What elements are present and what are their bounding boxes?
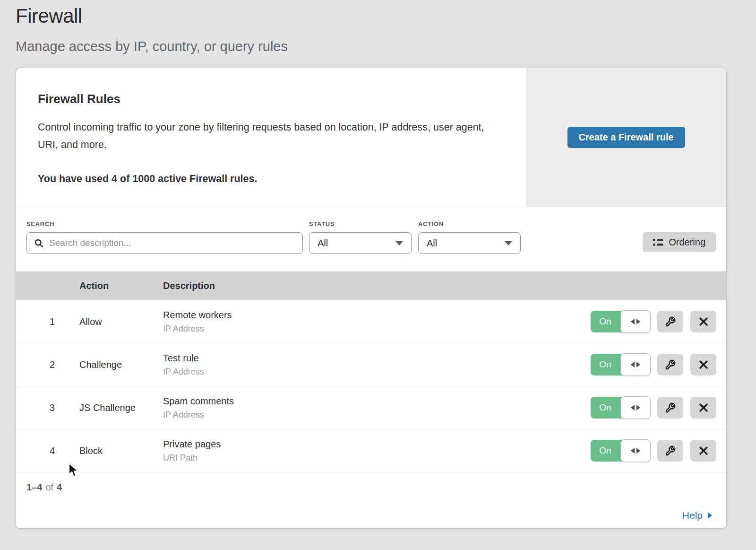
edit-rule-button[interactable] (657, 397, 683, 419)
toggle-knob[interactable] (620, 396, 651, 419)
action-filter-group: ACTION All (418, 220, 521, 254)
search-icon (34, 238, 44, 248)
action-select[interactable]: All (418, 232, 521, 254)
search-box[interactable] (26, 232, 303, 254)
table-row: 3 JS Challenge Spam comments IP Address … (16, 386, 726, 429)
delete-rule-button[interactable] (690, 440, 716, 462)
page-title: Firewall (16, 5, 756, 27)
toggle-knob[interactable] (620, 353, 651, 376)
status-selected-value: All (318, 238, 328, 249)
wrench-icon (665, 445, 676, 456)
wrench-icon (665, 316, 676, 327)
rule-description-title: Spam comments (163, 396, 591, 407)
toggle-on-label: On (591, 311, 620, 332)
delete-rule-button[interactable] (690, 397, 716, 419)
chevron-down-icon (395, 241, 403, 245)
rule-match-type: IP Address (163, 410, 591, 420)
rule-enabled-toggle[interactable]: On (591, 440, 650, 462)
ordering-button[interactable]: Ordering (643, 232, 716, 252)
status-label: STATUS (309, 220, 412, 227)
edit-rule-button[interactable] (657, 440, 683, 462)
toggle-on-label: On (591, 397, 620, 419)
action-label: ACTION (418, 220, 521, 227)
table-header: Action Description (16, 271, 726, 300)
chevron-left-icon (631, 448, 635, 454)
rule-description-cell: Spam comments IP Address (163, 396, 591, 420)
chevron-right-icon (636, 448, 640, 454)
table-row: 4 Block Private pages URI Path On (16, 429, 726, 472)
status-filter-group: STATUS All (309, 220, 412, 254)
rules-usage-text: You have used 4 of 1000 active Firewall … (38, 173, 493, 185)
rule-match-type: IP Address (163, 324, 591, 334)
page-header: Firewall Manage access by IP, country, o… (0, 0, 756, 54)
search-label: SEARCH (26, 220, 303, 227)
table-row: 2 Challenge Test rule IP Address On (16, 343, 726, 386)
rule-priority: 1 (16, 316, 79, 327)
rule-action: Allow (79, 316, 163, 327)
toggle-knob[interactable] (620, 439, 651, 462)
chevron-left-icon (631, 362, 635, 367)
chevron-right-icon (636, 405, 640, 410)
table-row: 1 Allow Remote workers IP Address On (16, 300, 726, 343)
pagination: 1–4 of 4 (16, 472, 726, 502)
rule-action: Challenge (79, 359, 163, 370)
card-top-info: Firewall Rules Control incoming traffic … (16, 68, 526, 207)
wrench-icon (665, 402, 676, 413)
rule-enabled-toggle[interactable]: On (591, 311, 650, 332)
rule-controls: On (591, 397, 716, 419)
description-column-header: Description (163, 280, 726, 291)
help-bar: Help (16, 502, 726, 528)
pagination-total: 4 (57, 482, 62, 493)
pagination-of: of (45, 482, 53, 493)
chevron-left-icon (631, 319, 635, 324)
rule-description-cell: Remote workers IP Address (163, 310, 591, 334)
pagination-range: 1–4 (26, 482, 42, 493)
rule-description-cell: Test rule IP Address (163, 353, 591, 377)
rule-enabled-toggle[interactable]: On (591, 397, 650, 419)
close-icon (699, 446, 708, 455)
rule-controls: On (591, 311, 716, 332)
close-icon (699, 317, 708, 326)
chevron-right-icon (636, 319, 640, 324)
card-top-action-panel: Create a Firewall rule (526, 68, 726, 207)
toggle-on-label: On (591, 440, 620, 462)
rule-enabled-toggle[interactable]: On (591, 354, 650, 375)
card-top-section: Firewall Rules Control incoming traffic … (16, 68, 726, 207)
rule-priority: 4 (16, 445, 79, 456)
toggle-on-label: On (591, 354, 620, 375)
wrench-icon (665, 359, 676, 370)
edit-rule-button[interactable] (657, 354, 683, 375)
rule-description-title: Test rule (163, 353, 591, 364)
delete-rule-button[interactable] (690, 354, 716, 375)
ordering-button-label: Ordering (669, 237, 705, 248)
firewall-rules-card: Firewall Rules Control incoming traffic … (16, 68, 727, 529)
rule-priority: 2 (16, 359, 79, 370)
edit-rule-button[interactable] (657, 311, 683, 332)
chevron-down-icon (505, 241, 512, 245)
delete-rule-button[interactable] (690, 311, 716, 332)
close-icon (699, 403, 708, 412)
rule-match-type: IP Address (163, 367, 591, 377)
help-arrow-icon (708, 512, 712, 519)
rule-controls: On (591, 354, 716, 375)
rule-action: Block (79, 445, 163, 456)
rule-action: JS Challenge (79, 402, 163, 413)
card-heading: Firewall Rules (38, 92, 493, 106)
rule-description-cell: Private pages URI Path (163, 439, 591, 463)
rule-description-title: Private pages (163, 439, 591, 450)
toggle-knob[interactable] (620, 310, 651, 333)
rule-match-type: URI Path (163, 453, 591, 463)
card-description: Control incoming traffic to your zone by… (38, 119, 491, 153)
page-subtitle: Manage access by IP, country, or query r… (16, 39, 756, 54)
filters-bar: SEARCH STATUS All ACTION All (16, 207, 726, 271)
ordering-list-icon (653, 238, 663, 247)
search-filter-group: SEARCH (26, 220, 303, 254)
help-link[interactable]: Help (682, 510, 712, 521)
search-input[interactable] (49, 238, 295, 248)
create-firewall-rule-button[interactable]: Create a Firewall rule (567, 127, 685, 148)
action-column-header: Action (79, 280, 163, 291)
status-select[interactable]: All (309, 232, 412, 254)
rule-priority: 3 (16, 402, 79, 413)
help-link-label: Help (682, 510, 703, 521)
chevron-right-icon (636, 362, 640, 367)
